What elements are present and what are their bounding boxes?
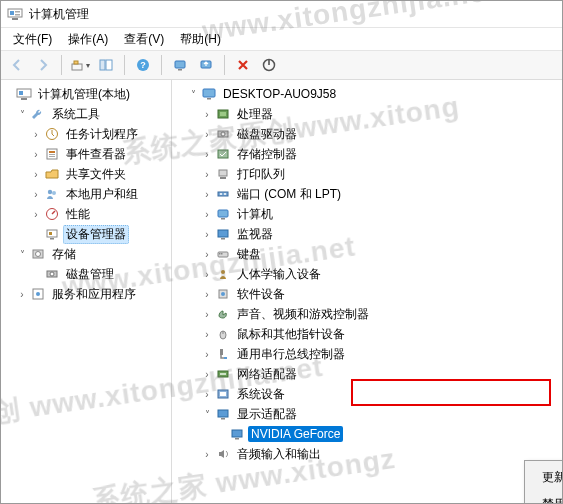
expand-icon[interactable]: › bbox=[29, 189, 43, 200]
svg-rect-45 bbox=[218, 192, 228, 196]
menu-view[interactable]: 查看(V) bbox=[116, 29, 172, 50]
device-category[interactable]: › 声音、视频和游戏控制器 bbox=[172, 304, 562, 324]
device-category[interactable]: › 系统设备 bbox=[172, 384, 562, 404]
device-category-label: 键盘 bbox=[234, 245, 264, 264]
update-driver-button[interactable] bbox=[194, 53, 218, 77]
menu-help[interactable]: 帮助(H) bbox=[172, 29, 229, 50]
expand-icon[interactable]: › bbox=[200, 149, 214, 160]
expand-icon[interactable]: ˅ bbox=[200, 409, 214, 420]
svg-rect-66 bbox=[218, 410, 228, 417]
show-hide-tree-button[interactable] bbox=[94, 53, 118, 77]
enable-button[interactable] bbox=[257, 53, 281, 77]
performance[interactable]: ›性能 bbox=[1, 204, 171, 224]
svg-rect-22 bbox=[49, 154, 55, 155]
scan-hardware-button[interactable] bbox=[168, 53, 192, 77]
device-manager-label: 设备管理器 bbox=[63, 225, 129, 244]
menu-file[interactable]: 文件(F) bbox=[5, 29, 60, 50]
device-category[interactable]: › 通用串行总线控制器 bbox=[172, 344, 562, 364]
expand-icon[interactable]: › bbox=[200, 369, 214, 380]
device-category[interactable]: › 网络适配器 bbox=[172, 364, 562, 384]
local-users[interactable]: ›本地用户和组 bbox=[1, 184, 171, 204]
forward-button[interactable] bbox=[31, 53, 55, 77]
expand-icon[interactable]: › bbox=[200, 449, 214, 460]
up-button[interactable]: ▾ bbox=[68, 53, 92, 77]
svg-rect-49 bbox=[221, 218, 225, 220]
expand-icon[interactable]: › bbox=[200, 349, 214, 360]
device-category[interactable]: › 处理器 bbox=[172, 104, 562, 124]
expand-icon[interactable]: ˅ bbox=[15, 109, 29, 120]
services-apps-label: 服务和应用程序 bbox=[49, 285, 139, 304]
disk-management[interactable]: ›磁盘管理 bbox=[1, 264, 171, 284]
help-button[interactable]: ? bbox=[131, 53, 155, 77]
svg-rect-8 bbox=[106, 60, 112, 70]
device-category-label: 磁盘驱动器 bbox=[234, 125, 300, 144]
expand-icon[interactable]: › bbox=[200, 389, 214, 400]
storage[interactable]: ˅ 存储 bbox=[1, 244, 171, 264]
disk-icon bbox=[215, 126, 231, 142]
display-adapter-device[interactable]: › NVIDIA GeForce bbox=[172, 424, 562, 444]
expand-icon[interactable]: › bbox=[200, 269, 214, 280]
svg-rect-11 bbox=[175, 61, 185, 68]
expand-icon[interactable]: › bbox=[200, 209, 214, 220]
expand-icon[interactable]: › bbox=[200, 129, 214, 140]
device-category[interactable]: › 键盘 bbox=[172, 244, 562, 264]
device-category[interactable]: › 计算机 bbox=[172, 204, 562, 224]
window: 计算机管理 文件(F) 操作(A) 查看(V) 帮助(H) ▾ ? ˅ bbox=[0, 0, 563, 504]
svg-rect-4 bbox=[12, 18, 18, 20]
device-root[interactable]: ˅ DESKTOP-AUO9J58 bbox=[172, 84, 562, 104]
storage-controller-icon bbox=[215, 146, 231, 162]
expand-icon[interactable]: › bbox=[200, 249, 214, 260]
device-category-label: 监视器 bbox=[234, 225, 276, 244]
expand-icon[interactable]: › bbox=[200, 169, 214, 180]
expand-icon[interactable]: › bbox=[200, 109, 214, 120]
svg-rect-65 bbox=[220, 392, 226, 396]
ctx-update-driver[interactable]: 更新驱动程序(P) bbox=[528, 464, 562, 491]
expand-icon[interactable]: › bbox=[200, 329, 214, 340]
expand-icon[interactable]: › bbox=[29, 169, 43, 180]
uninstall-button[interactable] bbox=[231, 53, 255, 77]
device-manager[interactable]: ›设备管理器 bbox=[1, 224, 171, 244]
menu-action[interactable]: 操作(A) bbox=[60, 29, 116, 50]
expand-icon[interactable]: › bbox=[29, 209, 43, 220]
expand-icon[interactable]: › bbox=[200, 309, 214, 320]
expand-icon[interactable]: › bbox=[29, 149, 43, 160]
services-apps[interactable]: › 服务和应用程序 bbox=[1, 284, 171, 304]
svg-rect-21 bbox=[49, 151, 55, 153]
device-category[interactable]: › 鼠标和其他指针设备 bbox=[172, 324, 562, 344]
svg-point-46 bbox=[220, 193, 222, 195]
device-category[interactable]: › 存储控制器 bbox=[172, 144, 562, 164]
ctx-disable-device[interactable]: 禁用设备(D) bbox=[528, 491, 562, 504]
expand-icon[interactable]: ˅ bbox=[15, 249, 29, 260]
audio-io[interactable]: › 音频输入和输出 bbox=[172, 444, 562, 464]
left-root[interactable]: ˅ 计算机管理(本地) bbox=[1, 84, 171, 104]
services-icon bbox=[30, 286, 46, 302]
expand-icon[interactable]: › bbox=[29, 129, 43, 140]
expand-icon[interactable]: › bbox=[200, 229, 214, 240]
clock-icon bbox=[44, 126, 60, 142]
device-category-label: 端口 (COM 和 LPT) bbox=[234, 185, 344, 204]
device-category[interactable]: › 端口 (COM 和 LPT) bbox=[172, 184, 562, 204]
expand-icon[interactable]: › bbox=[200, 189, 214, 200]
device-category[interactable]: › 监视器 bbox=[172, 224, 562, 244]
svg-point-35 bbox=[36, 292, 40, 296]
svg-rect-61 bbox=[224, 357, 227, 359]
device-category[interactable]: › 磁盘驱动器 bbox=[172, 124, 562, 144]
audio-icon bbox=[215, 446, 231, 462]
event-viewer-label: 事件查看器 bbox=[63, 145, 129, 164]
event-viewer[interactable]: ›事件查看器 bbox=[1, 144, 171, 164]
expand-icon[interactable]: › bbox=[15, 289, 29, 300]
sound-icon bbox=[215, 306, 231, 322]
task-scheduler[interactable]: ›任务计划程序 bbox=[1, 124, 171, 144]
display-adapters[interactable]: ˅ 显示适配器 bbox=[172, 404, 562, 424]
device-manager-icon bbox=[44, 226, 60, 242]
back-button[interactable] bbox=[5, 53, 29, 77]
expand-icon[interactable]: › bbox=[200, 289, 214, 300]
svg-rect-39 bbox=[220, 112, 226, 116]
expand-icon[interactable]: ˅ bbox=[186, 89, 200, 100]
device-category[interactable]: › 人体学输入设备 bbox=[172, 264, 562, 284]
shared-folders[interactable]: ›共享文件夹 bbox=[1, 164, 171, 184]
display-adapter-device-label: NVIDIA GeForce bbox=[248, 426, 343, 442]
device-category[interactable]: › 打印队列 bbox=[172, 164, 562, 184]
system-tools[interactable]: ˅ 系统工具 bbox=[1, 104, 171, 124]
device-category[interactable]: › 软件设备 bbox=[172, 284, 562, 304]
